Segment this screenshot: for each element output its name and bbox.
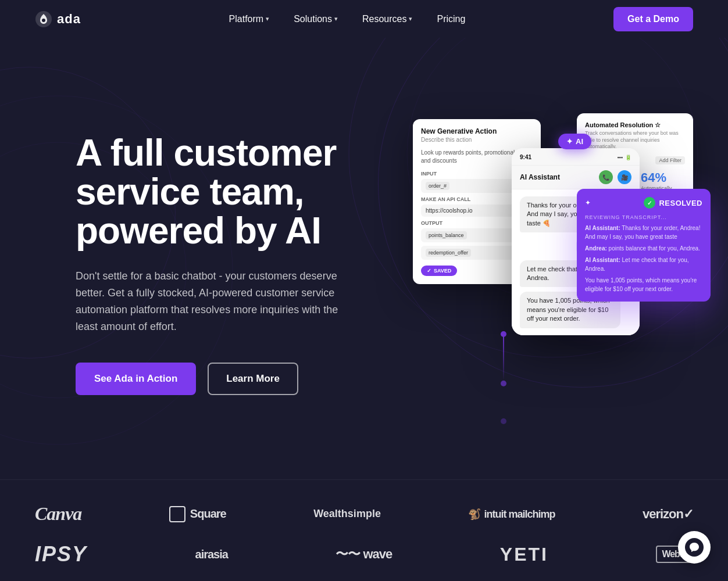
hero-title: A full customer service team, powered by… [76,134,413,251]
output-tag-2: redemption_offer [426,249,471,257]
wealthsimple-logo: Wealthsimple [313,508,381,520]
wifi-icon: 🔋 [625,155,631,160]
mailchimp-logo: 🐒intuit mailchimp [468,508,555,521]
chat-widget-button[interactable] [678,531,711,564]
dot-1 [501,331,506,337]
checkmark-icon: ✓ [427,268,431,274]
ipsy-logo: IPSY [35,542,87,566]
nav-platform[interactable]: Platform ▾ [220,8,279,30]
airasia-logo: airasia [195,548,228,561]
svg-point-1 [42,19,45,22]
hero-visual: New Generative Action Describe this acti… [390,102,693,427]
hero-content: A full customer service team, powered by… [76,134,413,396]
learn-more-button[interactable]: Learn More [208,363,298,395]
resolved-check-icon: ✓ [644,197,655,209]
resolved-header: ✦ ✓ RESOLVED [585,197,702,209]
dot-3 [501,418,506,424]
resolved-text: RESOLVED [659,199,702,207]
square-box-icon [169,506,185,522]
transcript-line-3: AI Assistant: Let me check that for you,… [585,256,702,273]
resolved-card: ✦ ✓ RESOLVED REVIEWING TRANSCRIPT... AI … [577,189,711,302]
chevron-down-icon: ▾ [334,15,338,23]
phone-call-icon[interactable]: 📞 [599,170,613,184]
resolution-title: Automated Resolution ☆ [585,121,685,129]
chat-widget-icon [685,538,704,557]
transcript-line-2: Andrea: points balance that for you, And… [585,244,702,253]
connector-line-1 [503,334,504,381]
dot-2 [501,381,506,386]
api-url-text: https://coolshop.io [426,207,473,214]
mailchimp-icon: 🐒 [468,508,480,520]
resolved-transcript: AI Assistant: Thanks for your order, And… [585,224,702,293]
brands-section: Canva Square Wealthsimple 🐒intuit mailch… [0,479,728,581]
ada-logo-icon [35,10,52,28]
phone-header: 9:41 ▪▪▪ 🔋 [512,148,640,166]
assistant-bar: AI Assistant 📞 🎥 [512,166,640,189]
reviewing-label: REVIEWING TRANSCRIPT... [585,214,702,220]
phone-time: 9:41 [520,154,531,160]
verizon-logo: verizon✓ [643,507,693,522]
phone-status-icons: ▪▪▪ 🔋 [617,155,631,160]
see-ada-button[interactable]: See Ada in Action [76,363,196,395]
add-filter-tag[interactable]: Add Filter [655,156,685,164]
brands-row-1: Canva Square Wealthsimple 🐒intuit mailch… [35,503,693,525]
square-logo: Square [169,506,226,522]
wave-logo: 〜〜 wave [336,546,392,563]
logo-text: ada [57,12,81,27]
logo[interactable]: ada [35,10,81,28]
hero-buttons: See Ada in Action Learn More [76,363,413,395]
output-tag-1: points_balance [426,231,467,239]
resolution-subtitle: Track conversations where your bot was a… [585,130,685,150]
video-call-icon[interactable]: 🎥 [618,170,631,184]
resolved-badge: ✓ RESOLVED [644,197,702,209]
nav-pricing[interactable]: Pricing [427,8,474,30]
nav-solutions[interactable]: Solutions ▾ [284,8,347,30]
sparkle-resolved-icon: ✦ [585,199,591,207]
transcript-line-1: AI Assistant: Thanks for your order, And… [585,224,702,241]
hero-section: A full customer service team, powered by… [0,38,728,479]
canva-logo: Canva [35,503,81,525]
brands-row-2: IPSY airasia 〜〜 wave YETI Weber [35,542,693,566]
transcript-line-4: You have 1,005 points, which means you'r… [585,276,702,293]
chat-bubble-icon [688,541,700,553]
sparkle-icon: ✦ [566,137,573,146]
nav-links: Platform ▾ Solutions ▾ Resources ▾ Prici… [220,8,475,30]
phone-action-icons: 📞 🎥 [599,170,631,184]
hero-subtitle: Don't settle for a basic chatbot - your … [76,268,361,335]
chevron-down-icon: ▾ [266,15,269,23]
generative-card-subtitle: Describe this action [421,137,533,143]
resolved-pct: 64% [641,170,685,185]
yeti-logo: YETI [500,544,548,565]
navbar: ada Platform ▾ Solutions ▾ Resources ▾ P… [0,0,728,38]
assistant-name: AI Assistant [520,173,560,181]
input-tag: order_# [426,182,449,190]
nav-resources[interactable]: Resources ▾ [353,8,422,30]
get-demo-button[interactable]: Get a Demo [613,7,693,31]
signal-icon: ▪▪▪ [617,155,623,160]
ai-label: AI [576,137,583,146]
chevron-down-icon: ▾ [409,15,412,23]
ai-badge: ✦ AI [558,134,591,149]
saved-badge: ✓ SAVED [421,266,457,276]
generative-card-title: New Generative Action [421,127,533,135]
